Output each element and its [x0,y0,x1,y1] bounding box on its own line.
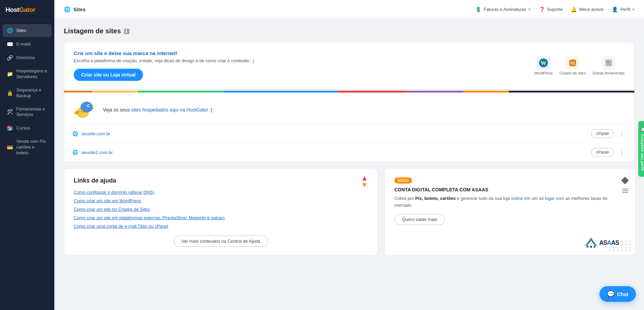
wordpress-platform[interactable]: W WordPress [534,56,553,75]
sites-intro-link[interactable]: sites hospedados aqui na HostGator [131,107,208,113]
asaas-logo-icon [584,237,598,248]
billing-icon: 💲 [475,6,482,13]
sidebar-label-ferramentas: Ferramentas e Serviços [16,106,48,118]
pb-orange2 [463,91,509,92]
info-icon[interactable]: ℹ️ [124,29,129,34]
site-menu-button-1[interactable]: ⋮ [617,130,626,137]
logo-host: Host [5,6,19,14]
hosted-sites-section: ★ Veja os seus sites hospedados aqui na … [64,92,634,162]
nav-avisos[interactable]: 🔔 Meus avisos [571,6,604,13]
help-links-card: Links de ajuda Como configurar o domínio… [64,169,378,255]
chevron-down-icon: ▾ [529,7,531,12]
outras-platform[interactable]: 🔧 Outras ferramentas [592,56,625,75]
criador-platform[interactable]: 🛍 Criador de sites [559,56,586,75]
create-site-button[interactable]: Criar site ou Loja virtual [74,69,143,81]
sidebar-item-emails[interactable]: ✉️ E-mails [3,38,52,51]
asaas-text: ASAAS [599,239,619,246]
nav-suporte[interactable]: ❓ Suporte [539,6,563,13]
sidebar-item-hospedagens[interactable]: 📁 Hospedagens e Servidores [3,65,52,83]
nav-avisos-label: Meus avisos [579,7,604,12]
svg-rect-20 [622,190,628,191]
cpanel-button-2[interactable]: cPanel [591,148,614,157]
help-link-criador[interactable]: Como criar um site no Criador de Sites [74,207,368,212]
chat-button[interactable]: 💬 Chat [600,286,636,302]
help-link-wordpress[interactable]: Como criar um site em WordPress [74,198,368,203]
header-globe-icon: 🌐 [64,6,71,13]
site-domain-1[interactable]: seusite.com.br [82,131,588,136]
help-link-externas[interactable]: Como criar um site em plataformas extern… [74,215,368,220]
promo-body-1: Cobre por [394,196,415,201]
pb-green [138,91,223,92]
logo-gator: Gator [19,6,35,14]
sidebar-item-sites[interactable]: 🌐 Sites [3,24,52,37]
sidebar-navigation: 🌐 Sites ✉️ E-mails 🔗 Domínios 📁 Hospedag… [0,23,54,161]
site-globe-icon-2: 🌐 [72,150,78,155]
header-page-title: 🌐 Sites [64,6,86,13]
banner-content: Crie um site e deixe sua marca na intern… [74,50,305,81]
svg-marker-14 [362,183,366,187]
help-more-button[interactable]: Ver mais conteúdos na Central de Ajuda [174,236,268,247]
criador-icon: 🛍 [566,56,579,70]
svg-point-9 [88,105,90,106]
sites-intro-text: Veja os seus sites hospedados aqui na Ho… [103,107,212,113]
svg-rect-18 [621,177,629,185]
promo-card: NOVO CONTA DIGITAL COMPLETA COM ASAAS Co… [384,169,636,255]
saber-mais-button[interactable]: Quero saber mais [394,214,445,225]
platform-icons: W WordPress 🛍 Criador de sites 🔧 Outras … [534,56,625,75]
sidebar-label-dominios: Domínios [16,55,35,61]
asaas-logo-area: ASAAS [584,237,619,248]
promo-bold-1: Pix, boleto, cartões [415,196,455,201]
banner-headline-link[interactable]: Crie um site [74,50,103,56]
nav-perfil-label: Perfil [620,7,630,12]
bottom-grid: Links de ajuda Como configurar o domínio… [64,169,634,255]
site-menu-button-2[interactable]: ⋮ [617,149,626,156]
sidebar-item-venda[interactable]: 💳 Venda com Pix, cartões e boleto [3,135,52,159]
help-card-title: Links de ajuda [74,177,368,184]
pb-dark [509,91,634,92]
svg-point-16 [587,246,589,248]
wordpress-icon: W [537,56,550,70]
complete-perfil-text: Complete seu perfil [641,134,644,171]
site-domain-2[interactable]: seusite2.com.br [82,150,588,155]
chat-bubble-icon: 💬 [607,290,614,298]
wordpress-label: WordPress [534,71,553,75]
help-link-dns[interactable]: Como configurar o domínio (alterar DNS) [74,190,368,195]
pb-blue [223,91,338,92]
svg-text:W: W [541,60,546,66]
progress-bar [64,91,634,92]
svg-rect-19 [622,189,628,189]
help-link-email[interactable]: Como criar uma conta de e-mail Titan ou … [74,224,368,229]
sidebar-item-cursos[interactable]: 📚 Cursos [3,122,52,135]
svg-marker-13 [362,176,366,180]
nav-perfil[interactable]: 👤 Perfil ▾ [612,6,634,13]
nav-faturas[interactable]: 💲 Faturas e Assinaturas ▾ [475,6,531,13]
promo-body: Cobre por Pix, boleto, cartões e gerenci… [394,195,626,208]
diamond-icon [620,176,630,187]
complete-perfil-tab[interactable]: 💬 Complete seu perfil [638,121,644,177]
sidebar-label-sites: Sites [16,28,26,34]
sidebar-item-dominios[interactable]: 🔗 Domínios [3,51,52,64]
card-icon: 💳 [7,144,13,151]
promo-link-lugar[interactable]: lugar [545,196,555,201]
sidebar-label-emails: E-mails [16,41,31,47]
promo-link-online[interactable]: online [511,196,523,201]
sidebar-label-cursos: Cursos [16,125,30,131]
banner-headline-rest: e deixe sua marca na internet! [103,50,177,56]
sidebar-label-venda: Venda com Pix, cartões e boleto [16,139,48,156]
brand-logo: HostGator [0,0,54,20]
help-links-list: Como configurar o domínio (alterar DNS) … [74,190,368,229]
cpanel-button-1[interactable]: cPanel [591,129,614,138]
outras-icon: 🔧 [602,56,615,70]
site-globe-icon-1: 🌐 [72,131,78,136]
sidebar-item-ferramentas[interactable]: 🛠️ Ferramentas e Serviços [3,103,52,121]
main-area: 🌐 Sites 💲 Faturas e Assinaturas ▾ ❓ Supo… [54,0,644,310]
page-title: Listagem de sites ℹ️ [64,27,634,35]
domain-icon: 🔗 [7,55,13,61]
sidebar-item-seguranca[interactable]: 🔒 Segurança e Backup [3,84,52,102]
lock-icon: 🔒 [7,90,13,96]
folder-icon: 📁 [7,71,13,77]
promo-title: CONTA DIGITAL COMPLETA COM ASAAS [394,187,626,192]
header-title-text: Sites [73,6,86,12]
user-icon: 👤 [612,6,618,13]
page-content: Listagem de sites ℹ️ Crie um site e deix… [54,19,644,310]
